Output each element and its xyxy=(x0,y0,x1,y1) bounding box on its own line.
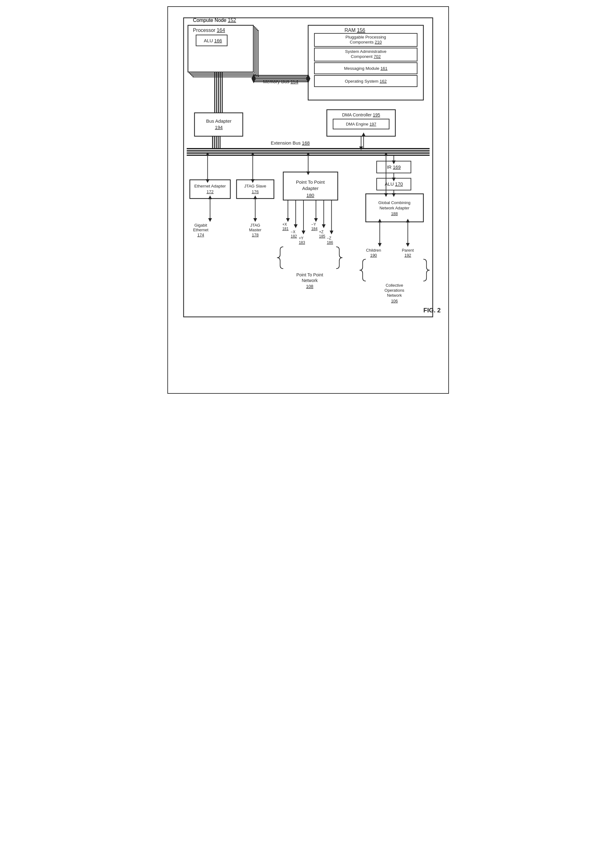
svg-text:192: 192 xyxy=(404,253,411,258)
svg-text:System Administrative: System Administrative xyxy=(345,49,386,54)
svg-text:194: 194 xyxy=(215,125,223,130)
svg-text:Global Combining: Global Combining xyxy=(378,200,411,205)
svg-text:+X: +X xyxy=(282,222,287,227)
svg-text:−Z: −Z xyxy=(327,236,331,241)
svg-text:Operations: Operations xyxy=(384,288,404,293)
svg-text:−Y: −Y xyxy=(311,222,316,227)
svg-text:176: 176 xyxy=(252,189,258,194)
svg-text:Component  702: Component 702 xyxy=(351,54,381,59)
svg-text:172: 172 xyxy=(207,189,213,194)
svg-text:Ethernet Adapter: Ethernet Adapter xyxy=(194,184,226,188)
svg-text:Point To Point: Point To Point xyxy=(296,179,325,185)
svg-text:Master: Master xyxy=(249,227,261,232)
svg-text:+Z: +Z xyxy=(319,230,323,234)
svg-text:174: 174 xyxy=(197,233,204,237)
svg-text:Collective: Collective xyxy=(386,283,403,288)
svg-text:Point To Point: Point To Point xyxy=(296,272,323,277)
svg-text:Gigabit: Gigabit xyxy=(194,223,207,227)
svg-text:Pluggable Processing: Pluggable Processing xyxy=(345,35,386,40)
svg-text:182: 182 xyxy=(290,234,297,238)
svg-text:178: 178 xyxy=(252,233,259,237)
svg-text:183: 183 xyxy=(299,241,305,245)
svg-text:ALU 166: ALU 166 xyxy=(204,38,222,43)
svg-text:JTAG: JTAG xyxy=(250,223,260,227)
svg-text:Children: Children xyxy=(366,248,381,252)
svg-text:Network: Network xyxy=(387,293,402,298)
svg-text:Extension Bus  168: Extension Bus 168 xyxy=(271,140,309,145)
svg-text:Ethernet: Ethernet xyxy=(193,227,208,232)
svg-text:Messaging Module  161: Messaging Module 161 xyxy=(344,66,387,71)
svg-text:Operating System  162: Operating System 162 xyxy=(345,79,387,84)
svg-text:DMA Controller  195: DMA Controller 195 xyxy=(342,112,380,117)
svg-text:181: 181 xyxy=(282,227,289,231)
svg-text:JTAG Slave: JTAG Slave xyxy=(244,184,266,188)
svg-text:188: 188 xyxy=(391,211,397,216)
svg-text:186: 186 xyxy=(327,241,333,245)
svg-text:106: 106 xyxy=(391,299,397,303)
svg-text:190: 190 xyxy=(370,253,377,258)
svg-text:Network Adapter: Network Adapter xyxy=(379,205,409,210)
svg-text:108: 108 xyxy=(306,284,313,289)
svg-text:Adapter: Adapter xyxy=(302,186,318,191)
svg-text:+Y: +Y xyxy=(299,236,304,241)
svg-text:IR  169: IR 169 xyxy=(387,164,400,170)
svg-text:−X: −X xyxy=(290,230,295,234)
svg-text:180: 180 xyxy=(306,192,314,198)
svg-text:185: 185 xyxy=(319,234,325,238)
svg-text:DMA Engine  197: DMA Engine 197 xyxy=(346,122,376,126)
svg-text:Parent: Parent xyxy=(402,248,414,252)
svg-text:Processor  164: Processor 164 xyxy=(193,28,225,33)
svg-text:184: 184 xyxy=(311,227,317,231)
svg-text:Components  210: Components 210 xyxy=(350,40,382,44)
svg-text:Compute Node  152: Compute Node 152 xyxy=(193,18,236,23)
svg-text:Network: Network xyxy=(302,278,318,283)
svg-text:Bus Adapter: Bus Adapter xyxy=(206,118,231,123)
page: X Compute Node Compute Node 152 Processo… xyxy=(167,6,449,394)
svg-text:FIG. 2: FIG. 2 xyxy=(423,307,440,314)
svg-text:ALU  170: ALU 170 xyxy=(384,181,403,186)
svg-text:RAM  156: RAM 156 xyxy=(345,28,365,33)
